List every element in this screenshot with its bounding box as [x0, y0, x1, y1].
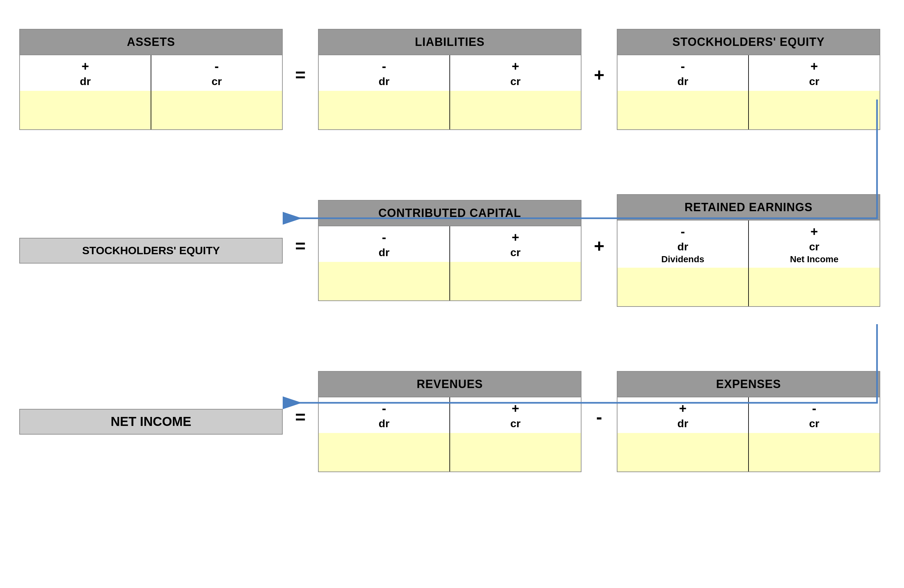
retained-earnings-taccount: RETAINED EARNINGS - dr Dividends + cr Ne… — [617, 194, 880, 307]
rev-left-sign: - — [319, 400, 449, 416]
se-top-left-sign: - — [618, 58, 748, 74]
assets-header: ASSETS — [20, 30, 282, 55]
revenues-header: REVENUES — [319, 372, 581, 397]
exp-right-sign: - — [749, 400, 880, 416]
liabilities-right-sign: + — [450, 58, 581, 74]
se-top-right-sign: + — [749, 58, 880, 74]
arrow-spacer-2 — [19, 307, 885, 371]
contributed-capital-taccount: CONTRIBUTED CAPITAL - dr + cr — [318, 200, 582, 301]
revenues-taccount: REVENUES - dr + cr — [318, 371, 582, 472]
re-left-sign: - — [618, 224, 748, 239]
minus1-operator: - — [582, 406, 617, 427]
stockholders-equity-label: STOCKHOLDERS' EQUITY — [19, 238, 283, 263]
contributed-capital-header: CONTRIBUTED CAPITAL — [319, 200, 581, 225]
se-top-left-label: dr — [618, 75, 748, 88]
stockholders-equity-top-taccount: STOCKHOLDERS' EQUITY - dr + cr — [617, 29, 880, 130]
stockholders-equity-top-header: STOCKHOLDERS' EQUITY — [618, 30, 880, 55]
expenses-header: EXPENSES — [618, 372, 880, 397]
liabilities-taccount: LIABILITIES - dr + cr — [318, 29, 582, 130]
exp-right-label: cr — [749, 417, 880, 430]
net-income-label: NET INCOME — [19, 409, 283, 435]
retained-earnings-header: RETAINED EARNINGS — [618, 195, 880, 220]
cc-right-label: cr — [450, 246, 581, 259]
re-right-label: cr — [749, 240, 880, 253]
liabilities-left-sign: - — [319, 58, 449, 74]
liabilities-left-label: dr — [319, 75, 449, 88]
cc-left-sign: - — [319, 230, 449, 245]
assets-taccount: ASSETS + dr - cr — [19, 29, 283, 130]
rev-left-label: dr — [319, 417, 449, 430]
liabilities-header: LIABILITIES — [319, 30, 581, 55]
rev-right-label: cr — [450, 417, 581, 430]
re-right-sign: + — [749, 224, 880, 239]
eq3-operator: = — [283, 406, 318, 427]
assets-right-label: cr — [151, 75, 282, 88]
eq2-operator: = — [283, 235, 318, 256]
re-right-sub: Net Income — [749, 254, 880, 265]
assets-left-sign: + — [20, 58, 151, 74]
rev-right-sign: + — [450, 400, 581, 416]
cc-left-label: dr — [319, 246, 449, 259]
se-top-right-label: cr — [749, 75, 880, 88]
plus2-operator: + — [582, 235, 617, 256]
row2-equation: STOCKHOLDERS' EQUITY = CONTRIBUTED CAPIT… — [19, 194, 885, 307]
plus1-operator: + — [582, 64, 617, 85]
re-left-sub: Dividends — [618, 254, 748, 265]
arrow-spacer-1 — [19, 130, 885, 194]
eq1-operator: = — [283, 64, 318, 85]
cc-right-sign: + — [450, 230, 581, 245]
assets-left-label: dr — [20, 75, 151, 88]
exp-left-label: dr — [618, 417, 748, 430]
row3-equation: NET INCOME = REVENUES - dr + cr - — [19, 371, 885, 472]
row1-equation: ASSETS + dr - cr = LIABILITIES — [19, 29, 885, 130]
expenses-taccount: EXPENSES + dr - cr — [617, 371, 880, 472]
liabilities-right-label: cr — [450, 75, 581, 88]
exp-left-sign: + — [618, 400, 748, 416]
re-left-label: dr — [618, 240, 748, 253]
assets-right-sign: - — [151, 58, 282, 74]
